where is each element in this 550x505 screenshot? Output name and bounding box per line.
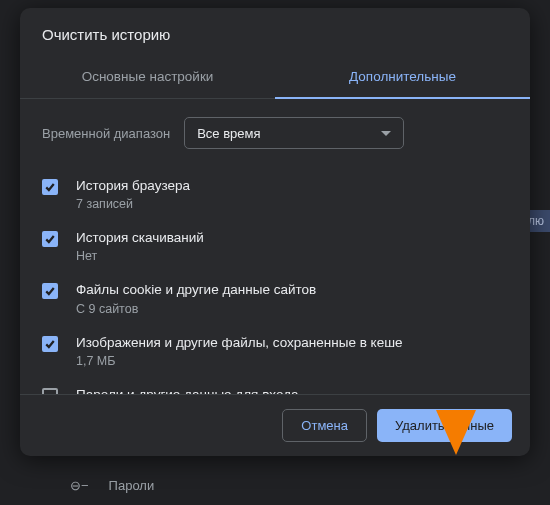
list-item: Файлы cookie и другие данные сайтовС 9 с… [42,273,508,325]
dialog-title: Очистить историю [20,8,530,57]
tabs: Основные настройки Дополнительные [20,57,530,99]
tab-basic[interactable]: Основные настройки [20,57,275,98]
list-item-sub: 7 записей [76,197,508,211]
checkbox[interactable] [42,336,58,352]
list-item-title: Файлы cookie и другие данные сайтов [76,281,508,299]
list-item: Изображения и другие файлы, сохраненные … [42,326,508,378]
tab-advanced[interactable]: Дополнительные [275,57,530,98]
time-range-select[interactable]: Все время [184,117,404,149]
list-item-text: История скачиванийНет [76,229,508,263]
list-item-title: История браузера [76,177,508,195]
chevron-down-icon [381,131,391,136]
list-item-sub: С 9 сайтов [76,302,508,316]
checkbox[interactable] [42,283,58,299]
cancel-button[interactable]: Отмена [282,409,367,442]
data-type-list: История браузера7 записейИстория скачива… [20,163,530,394]
list-item-sub: 1,7 МБ [76,354,508,368]
clear-data-button-label: Удалить данные [395,418,494,433]
clear-history-dialog: Очистить историю Основные настройки Допо… [20,8,530,456]
checkbox[interactable] [42,231,58,247]
list-item-text: История браузера7 записей [76,177,508,211]
list-item-title: История скачиваний [76,229,508,247]
dialog-footer: Отмена Удалить данные [20,394,530,456]
list-item-sub: Нет [76,249,508,263]
background-row-label: Пароли [109,478,155,493]
clear-data-button[interactable]: Удалить данные [377,409,512,442]
list-item-title: Пароли и другие данные для входа [76,386,508,394]
cancel-button-label: Отмена [301,418,348,433]
key-icon: ⊖− [70,478,89,493]
background-settings-row: ⊖− Пароли [70,478,154,493]
list-item-text: Пароли и другие данные для входаНет [76,386,508,394]
time-range-label: Временной диапазон [42,126,170,141]
tab-advanced-label: Дополнительные [349,69,456,84]
tab-basic-label: Основные настройки [82,69,214,84]
list-item-text: Файлы cookie и другие данные сайтовС 9 с… [76,281,508,315]
list-item: История скачиванийНет [42,221,508,273]
list-item-text: Изображения и другие файлы, сохраненные … [76,334,508,368]
time-range-value: Все время [197,126,260,141]
list-item-title: Изображения и другие файлы, сохраненные … [76,334,508,352]
list-item: История браузера7 записей [42,169,508,221]
time-range-row: Временной диапазон Все время [20,99,530,163]
checkbox[interactable] [42,179,58,195]
list-item: Пароли и другие данные для входаНет [42,378,508,394]
